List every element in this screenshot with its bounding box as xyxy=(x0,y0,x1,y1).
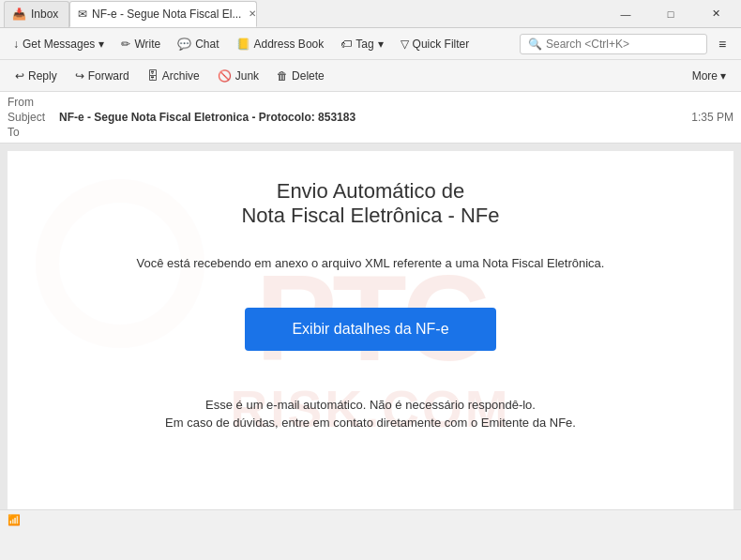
from-label: From xyxy=(8,96,59,109)
get-messages-icon: ↓ xyxy=(13,38,19,51)
to-row: To xyxy=(8,126,733,139)
search-input[interactable] xyxy=(546,38,699,51)
status-icon: 📶 xyxy=(8,514,21,526)
email-icon: ✉ xyxy=(78,8,87,21)
close-button[interactable]: ✕ xyxy=(694,0,737,28)
email-body-container[interactable]: PTC RISK.COM Envio Automático de Nota Fi… xyxy=(0,144,741,509)
forward-button[interactable]: ↪ Forward xyxy=(68,66,137,86)
email-body: PTC RISK.COM Envio Automático de Nota Fi… xyxy=(8,151,733,509)
tag-dropdown-icon: ▾ xyxy=(378,38,384,51)
tag-button[interactable]: 🏷 Tag ▾ xyxy=(333,34,390,54)
chat-icon: 💬 xyxy=(177,38,191,51)
search-box[interactable]: 🔍 xyxy=(520,34,707,54)
forward-icon: ↪ xyxy=(75,69,84,83)
action-bar: ↩ Reply ↪ Forward 🗄 Archive 🚫 Junk 🗑 Del… xyxy=(0,60,741,92)
maximize-button[interactable]: □ xyxy=(649,0,692,28)
quick-filter-button[interactable]: ▽ Quick Filter xyxy=(393,34,477,54)
tab-bar: 📥 Inbox ✉ NF-e - Segue Nota Fiscal El...… xyxy=(4,0,604,27)
footer-line2: Em caso de dúvidas, entre em contato dir… xyxy=(26,416,715,430)
email-subtitle: Você está recebendo em anexo o arquivo X… xyxy=(26,256,715,270)
delete-icon: 🗑 xyxy=(277,69,288,83)
reply-button[interactable]: ↩ Reply xyxy=(8,66,65,86)
get-messages-button[interactable]: ↓ Get Messages ▾ xyxy=(6,34,112,54)
junk-icon: 🚫 xyxy=(218,69,232,83)
footer-line1: Esse é um e-mail automático. Não é neces… xyxy=(26,398,715,412)
tab-close-button[interactable]: ✕ xyxy=(246,8,257,20)
subject-value: NF-e - Segue Nota Fiscal Eletronica - Pr… xyxy=(59,111,691,124)
tab-inbox[interactable]: 📥 Inbox xyxy=(4,1,69,27)
hamburger-icon: ≡ xyxy=(718,37,726,52)
tag-icon: 🏷 xyxy=(340,38,352,51)
more-dropdown-icon: ▾ xyxy=(720,69,726,83)
tab-email[interactable]: ✉ NF-e - Segue Nota Fiscal El... ✕ xyxy=(69,1,257,27)
email-header: From Subject NF-e - Segue Nota Fiscal El… xyxy=(0,92,741,144)
get-messages-dropdown-icon: ▾ xyxy=(98,38,104,51)
cta-button[interactable]: Exibir datalhes da NF-e xyxy=(245,308,495,351)
delete-button[interactable]: 🗑 Delete xyxy=(269,66,332,86)
title-bar: 📥 Inbox ✉ NF-e - Segue Nota Fiscal El...… xyxy=(0,0,741,28)
address-book-button[interactable]: 📒 Address Book xyxy=(229,34,332,54)
hamburger-button[interactable]: ≡ xyxy=(709,31,735,57)
status-bar: 📶 xyxy=(0,509,741,530)
tab-inbox-label: Inbox xyxy=(31,8,58,21)
subject-row: Subject NF-e - Segue Nota Fiscal Eletron… xyxy=(8,111,733,124)
archive-button[interactable]: 🗄 Archive xyxy=(140,66,207,86)
inbox-icon: 📥 xyxy=(12,8,26,21)
minimize-button[interactable]: — xyxy=(604,0,647,28)
more-button[interactable]: More ▾ xyxy=(685,66,733,86)
window-controls: — □ ✕ xyxy=(604,0,737,28)
search-icon: 🔍 xyxy=(528,38,542,51)
archive-icon: 🗄 xyxy=(147,69,159,83)
time-value: 1:35 PM xyxy=(691,111,733,124)
to-label: To xyxy=(8,126,59,139)
email-footer: Esse é um e-mail automático. Não é neces… xyxy=(26,398,715,430)
email-title: Envio Automático de Nota Fiscal Eletrôni… xyxy=(26,179,715,228)
write-button[interactable]: ✏ Write xyxy=(113,34,168,54)
tab-email-label: NF-e - Segue Nota Fiscal El... xyxy=(92,8,241,21)
chat-button[interactable]: 💬 Chat xyxy=(170,34,226,54)
quick-filter-icon: ▽ xyxy=(401,38,409,51)
from-row: From xyxy=(8,96,733,109)
address-book-icon: 📒 xyxy=(236,38,250,51)
main-toolbar: ↓ Get Messages ▾ ✏ Write 💬 Chat 📒 Addres… xyxy=(0,28,741,60)
subject-label: Subject xyxy=(8,111,59,124)
junk-button[interactable]: 🚫 Junk xyxy=(210,66,266,86)
write-icon: ✏ xyxy=(121,38,130,51)
email-content: Envio Automático de Nota Fiscal Eletrôni… xyxy=(26,179,715,430)
reply-icon: ↩ xyxy=(15,69,24,83)
